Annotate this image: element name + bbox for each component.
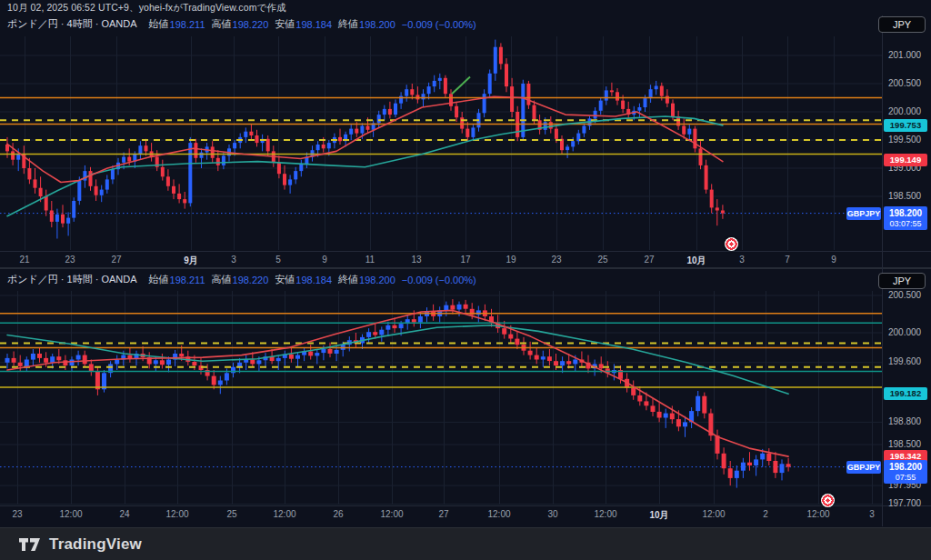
time-tick-label: 21: [19, 255, 29, 265]
time-tick-label: 12:00: [594, 509, 616, 519]
legend-high-value: 198.220: [233, 275, 269, 285]
ma-value-tag: 199.182: [884, 387, 927, 400]
legend-low-value: 198.184: [295, 19, 332, 30]
legend-4h: ポンド／円 · 4時間 · OANDA始値198.211高値198.220安値1…: [7, 17, 476, 31]
time-tick-label: 11: [365, 255, 375, 265]
tradingview-snapshot: 10月 02, 2025 06:52 UTC+9、yohei-fxがTradin…: [0, 0, 931, 560]
alert-marker-icon[interactable]: [821, 494, 835, 507]
time-tick-label: 3: [739, 255, 745, 265]
price-tick-label: 200.000: [888, 106, 930, 116]
legend-open-value: 198.211: [170, 19, 205, 30]
legend-open-label: 始値: [149, 273, 169, 286]
time-tick-label: 2: [763, 509, 768, 519]
legend-open-label: 始値: [149, 17, 169, 31]
price-tick-label: 199.500: [888, 135, 930, 145]
price-tick-label: 197.700: [888, 498, 930, 508]
time-tick-label: 3: [869, 509, 875, 519]
price-tick-label: 198.500: [888, 191, 930, 201]
symbol-price-chip: GBPJPY: [846, 207, 881, 220]
legend-change-value: −0.009 (−0.00%): [402, 19, 476, 30]
time-tick-label: 25: [226, 509, 236, 519]
time-tick-label: 12:00: [702, 509, 725, 519]
pane-divider: [0, 267, 931, 269]
legend-close-value: 198.200: [359, 275, 395, 285]
time-tick-label: 19: [506, 255, 516, 265]
price-tick-label: 198.800: [888, 416, 930, 426]
time-tick-label: 23: [551, 255, 561, 265]
legend-low-label: 安値: [275, 17, 295, 31]
time-tick-label: 27: [438, 509, 448, 519]
time-tick-label: 27: [644, 255, 654, 265]
time-tick-label: 10月: [649, 509, 668, 522]
time-tick-label: 25: [597, 255, 607, 265]
tradingview-logo-icon: [18, 536, 42, 553]
legend-change-value: −0.009 (−0.00%): [402, 275, 476, 285]
ma-value-tag: 199.149: [884, 154, 927, 166]
tradingview-footer: TradingView: [0, 527, 931, 560]
legend-high-value: 198.220: [233, 19, 269, 30]
legend-open-value: 198.211: [170, 275, 205, 285]
time-tick-label: 12:00: [165, 509, 188, 519]
time-tick-label: 12:00: [59, 509, 82, 519]
legend-high-label: 高値: [212, 273, 232, 286]
time-tick-label: 23: [12, 509, 22, 519]
time-tick-label: 9月: [184, 255, 198, 267]
last-price-tag: 198.20007:55: [884, 460, 927, 484]
legend-close-value: 198.200: [359, 19, 395, 30]
time-tick-label: 12:00: [806, 509, 829, 519]
price-tick-label: 198.500: [888, 439, 930, 449]
legend-1h: ポンド／円 · 1時間 · OANDA始値198.211高値198.220安値1…: [7, 273, 476, 286]
time-tick-label: 7: [785, 255, 790, 265]
last-price-tag: 198.20003:07:55: [884, 206, 927, 230]
time-tick-label: 27: [111, 255, 121, 265]
time-tick-label: 17: [460, 255, 470, 265]
time-tick-label: 12:00: [380, 509, 403, 519]
time-tick-label: 12:00: [273, 509, 295, 519]
time-tick-label: 26: [333, 509, 343, 519]
bar-countdown: 03:07:55: [884, 218, 927, 230]
price-tick-label: 200.500: [888, 78, 930, 88]
time-tick-label: 30: [547, 509, 557, 519]
time-tick-label: 10月: [686, 255, 706, 267]
legend-close-label: 終値: [338, 17, 358, 31]
legend-close-label: 終値: [338, 273, 358, 286]
time-tick-label: 9: [831, 255, 836, 265]
time-tick-label: 5: [275, 255, 281, 265]
tradingview-brand: TradingView: [49, 535, 142, 554]
alert-marker-icon[interactable]: [725, 237, 738, 251]
price-scale[interactable]: [883, 15, 931, 525]
time-tick-label: 9: [322, 255, 327, 265]
time-tick-label: 13: [411, 255, 421, 265]
price-tick-label: 200.000: [888, 327, 930, 337]
legend-high-label: 高値: [212, 17, 232, 31]
time-tick-label: 3: [231, 255, 236, 265]
currency-scale-button-top[interactable]: JPY: [878, 16, 926, 33]
time-tick-label: 23: [65, 255, 75, 265]
currency-scale-button-bottom[interactable]: JPY: [878, 273, 926, 289]
symbol-price-chip: GBPJPY: [846, 461, 881, 474]
price-tick-label: 201.000: [888, 50, 930, 60]
price-tick-label: 200.500: [888, 290, 930, 300]
legend-low-value: 198.184: [295, 275, 332, 285]
legend-symbol-title: ポンド／円 · 4時間 · OANDA: [7, 17, 137, 31]
time-tick-label: 12:00: [487, 509, 510, 519]
price-tick-label: 199.600: [888, 356, 930, 366]
time-tick-label: 24: [119, 509, 129, 519]
creation-info: 10月 02, 2025 06:52 UTC+9、yohei-fxがTradin…: [7, 2, 286, 15]
time-scale-top[interactable]: [0, 251, 882, 267]
ma-value-tag: 199.753: [884, 119, 927, 132]
legend-low-label: 安値: [275, 273, 295, 286]
legend-symbol-title: ポンド／円 · 1時間 · OANDA: [7, 273, 137, 286]
